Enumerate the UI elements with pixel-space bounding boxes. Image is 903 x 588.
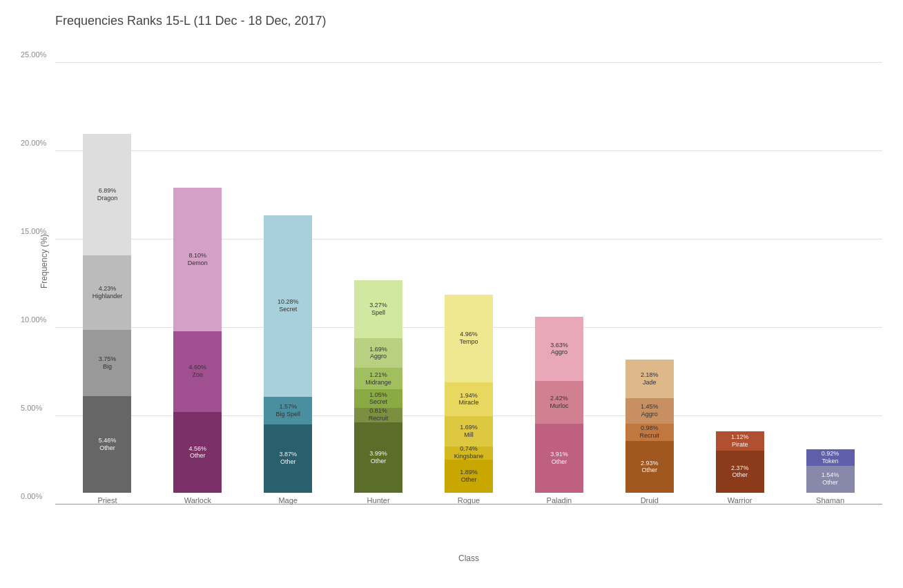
- bar-label: 1.57%Big Spell: [275, 403, 300, 418]
- bar-segment: 3.27%Spell: [354, 280, 402, 338]
- bar-segment: 1.69%Aggro: [354, 338, 402, 368]
- chart-container: Frequencies Ranks 15-L (11 Dec - 18 Dec,…: [0, 0, 903, 588]
- bar-segment: 4.96%Tempo: [445, 295, 493, 382]
- x-tick-warrior: Warrior: [728, 496, 752, 504]
- bar-segment: 0.74%Kingsbane: [445, 447, 493, 460]
- bar-segment: 1.94%Miracle: [445, 382, 493, 417]
- bar-label: 3.75%Big: [99, 355, 117, 371]
- x-tick-shaman: Shaman: [816, 496, 844, 504]
- bar-segment: 5.46%Other: [83, 396, 131, 493]
- bar-label: 1.69%Mill: [460, 424, 478, 439]
- bar-segment: 3.87%Other: [264, 424, 312, 493]
- bar-segment: 3.99%Other: [354, 422, 402, 493]
- bar-segment: 3.63%Aggro: [535, 317, 583, 381]
- bar-label: 4.60%Zoo: [189, 364, 207, 380]
- bar-segment: 1.21%Midrange: [354, 368, 402, 389]
- bar-label: 4.96%Tempo: [459, 331, 478, 346]
- bar-segment: 2.37%Other: [716, 451, 764, 493]
- bar-group-priest: 5.46%Other3.75%Big4.23%Highlander6.89%Dr…: [62, 35, 153, 504]
- bar-label: 1.94%Miracle: [458, 392, 478, 407]
- bar-segment: 1.12%Pirate: [716, 431, 764, 451]
- bars-area: 5.46%Other3.75%Big4.23%Highlander6.89%Dr…: [55, 35, 882, 504]
- bar-segment: 1.05%Secret: [354, 389, 402, 408]
- bar-group-shaman: 1.54%Other0.92%TokenShaman: [785, 35, 875, 504]
- bar-group-warrior: 2.37%Other1.12%PirateWarrior: [695, 35, 785, 504]
- bar-segment: 0.81%Recruit: [354, 408, 402, 422]
- bar-label: 4.23%Highlander: [93, 285, 123, 300]
- bar-segment: 1.45%Aggro: [625, 398, 674, 424]
- bar-label: 2.42%Murloc: [550, 395, 568, 410]
- bar-group-paladin: 3.91%Other2.42%Murloc3.63%AggroPaladin: [514, 35, 604, 504]
- bar-label: 8.10%Demon: [188, 252, 208, 267]
- bar-group-mage: 3.87%Other1.57%Big Spell10.28%SecretMage: [243, 35, 333, 504]
- bar-label: 1.45%Aggro: [641, 404, 659, 419]
- x-tick-rogue: Rogue: [458, 496, 480, 504]
- bar-group-warlock: 4.56%Other4.60%Zoo8.10%DemonWarlock: [153, 35, 243, 504]
- bar-group-druid: 2.93%Other0.98%Recruit1.45%Aggro2.18%Jad…: [604, 35, 695, 504]
- bar-label: 1.12%Pirate: [731, 433, 749, 449]
- bar-label: 0.98%Recruit: [640, 425, 660, 440]
- bar-segment: 0.92%Token: [806, 449, 855, 466]
- x-tick-hunter: Hunter: [367, 496, 390, 504]
- bar-label: 3.63%Aggro: [550, 342, 568, 357]
- bar-label: 2.37%Other: [731, 464, 749, 480]
- bar-segment: 10.28%Secret: [264, 215, 312, 397]
- bar-segment: 8.10%Demon: [173, 188, 222, 331]
- bar-segment: 1.57%Big Spell: [264, 397, 312, 424]
- bar-label: 3.99%Other: [369, 450, 387, 465]
- x-tick-druid: Druid: [641, 496, 659, 504]
- bar-label: 0.92%Token: [822, 450, 839, 465]
- chart-title: Frequencies Ranks 15-L (11 Dec - 18 Dec,…: [55, 14, 882, 28]
- bar-label: 5.46%Other: [99, 437, 117, 452]
- bar-label: 0.81%Recruit: [369, 408, 389, 423]
- bar-segment: 2.93%Other: [625, 441, 674, 493]
- bar-segment: 1.54%Other: [806, 466, 855, 493]
- bar-segment: 1.69%Mill: [445, 416, 493, 446]
- x-tick-priest: Priest: [97, 496, 117, 504]
- bar-label: 2.18%Jade: [641, 371, 659, 386]
- x-tick-mage: Mage: [278, 496, 298, 504]
- bar-segment: 4.23%Highlander: [83, 255, 131, 330]
- y-axis-label: Frequency (%): [39, 234, 49, 288]
- bar-group-rogue: 1.89%Other0.74%Kingsbane1.69%Mill1.94%Mi…: [424, 35, 514, 504]
- bar-segment: 0.98%Recruit: [625, 424, 674, 441]
- bar-label: 4.56%Other: [189, 445, 207, 460]
- bar-label: 1.69%Aggro: [369, 346, 387, 361]
- bar-segment: 4.60%Zoo: [173, 331, 222, 413]
- x-tick-warlock: Warlock: [184, 496, 211, 504]
- bar-label: 0.74%Kingsbane: [454, 445, 484, 460]
- bar-label: 3.91%Other: [550, 451, 568, 466]
- bar-label: 6.89%Dragon: [97, 187, 118, 202]
- bar-label: 1.05%Secret: [369, 391, 387, 406]
- bar-segment: 3.75%Big: [83, 330, 131, 396]
- bar-label: 3.87%Other: [279, 451, 297, 467]
- bar-segment: 3.91%Other: [535, 424, 583, 493]
- bar-group-hunter: 3.99%Other0.81%Recruit1.05%Secret1.21%Mi…: [333, 35, 424, 504]
- bar-segment: 2.18%Jade: [625, 360, 674, 398]
- bar-label: 1.54%Other: [822, 471, 839, 487]
- bar-segment: 6.89%Dragon: [83, 134, 131, 255]
- x-axis-label: Class: [458, 553, 479, 563]
- bar-segment: 1.89%Other: [445, 460, 493, 493]
- bar-label: 1.89%Other: [460, 469, 478, 484]
- bar-label: 3.27%Spell: [369, 302, 387, 317]
- bar-segment: 2.42%Murloc: [535, 381, 583, 424]
- bar-label: 1.21%Midrange: [365, 371, 391, 386]
- bar-label: 10.28%Secret: [278, 298, 299, 313]
- bar-label: 2.93%Other: [641, 460, 659, 475]
- bar-segment: 4.56%Other: [173, 412, 222, 493]
- chart-area: Frequency (%) 0.00%5.00%10.00%15.00%20.0…: [55, 35, 882, 532]
- x-tick-paladin: Paladin: [547, 496, 572, 504]
